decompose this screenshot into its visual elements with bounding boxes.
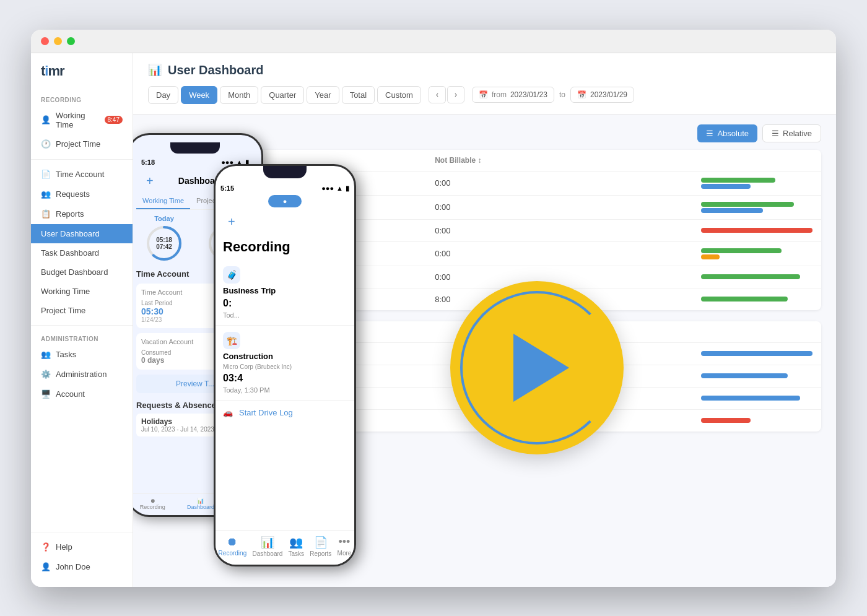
phone-back-nav-dashboard: 📊 Dashboard	[187, 498, 214, 510]
col-name	[148, 150, 220, 171]
col-billable: Billable ↕	[220, 150, 426, 171]
recording-nav-icon: ⏺	[140, 498, 165, 504]
row-not-billable: 0:00	[426, 219, 692, 241]
sidebar-item-task-dashboard[interactable]: Task Dashboard	[31, 243, 133, 262]
to-label: to	[559, 90, 565, 99]
sidebar-item-user-dashboard[interactable]: User Dashboard	[31, 224, 133, 243]
absolute-view-btn[interactable]: ☰ Absolute	[697, 124, 757, 142]
row-billable: 9:26	[220, 288, 426, 310]
row-bar-cell	[692, 288, 821, 310]
page-title-text: User Dashboard	[168, 63, 264, 77]
table-row: 53:44	[148, 365, 821, 387]
filter-year[interactable]: Year	[307, 86, 339, 104]
sidebar-item-budget-dashboard[interactable]: Budget Dashboard	[31, 262, 133, 282]
sidebar-item-working-time[interactable]: 👤 Working Time 8:47	[31, 106, 133, 134]
nav-tasks-label: Tasks	[289, 550, 305, 557]
row2-bar-cell	[692, 409, 821, 432]
sidebar-item-time-account[interactable]: 📄 Time Account	[31, 165, 133, 184]
nav-dashboard[interactable]: 📊 Dashboard	[252, 536, 282, 557]
phone-back-nav-recording: ⏺ Recording	[140, 498, 165, 510]
main-data-table: Billable ↕ Not Billable ↕ 0:00 0:00	[148, 150, 821, 310]
clock-icon: 🕐	[41, 139, 51, 149]
filter-day[interactable]: Day	[148, 86, 178, 104]
next-period[interactable]: ›	[447, 86, 464, 103]
nav-reports[interactable]: 📄 Reports	[310, 536, 331, 557]
row-name	[148, 266, 220, 288]
nav-tasks[interactable]: 👥 Tasks	[289, 536, 305, 557]
sidebar-item-help[interactable]: ❓ Help	[31, 537, 133, 557]
doc-icon: 📄	[41, 170, 51, 180]
sidebar-item-working-time2[interactable]: Working Time	[31, 282, 133, 301]
close-button[interactable]	[41, 37, 49, 45]
date-from-input[interactable]: 📅 from 2023/01/23	[472, 87, 554, 103]
row2-name	[148, 409, 311, 432]
sidebar-item-project-time2[interactable]: Project Time	[31, 301, 133, 320]
maximize-button[interactable]	[67, 37, 75, 45]
user-icon: 👤	[41, 115, 51, 125]
help-icon: ❓	[41, 542, 51, 552]
table-area: ☰ Absolute ☰ Relative Billable ↕ Not Bil…	[133, 115, 836, 587]
page-title: 📊 User Dashboard	[148, 63, 821, 77]
row2-name	[148, 387, 311, 409]
phone-bottom-nav: ⏺ Recording 📊 Dashboard 👥 Tasks	[216, 530, 354, 565]
nav-recording-label: Recording	[219, 550, 247, 557]
table-row: 9:26 8:00	[148, 288, 821, 310]
row-bar-cell	[692, 266, 821, 288]
filter-quarter[interactable]: Quarter	[261, 86, 304, 104]
nav-recording-icon: ⏺	[227, 536, 238, 549]
monitor-icon: 🖥️	[41, 389, 51, 399]
sidebar-item-reports[interactable]: 📋 Reports	[31, 204, 133, 224]
sidebar-item-user[interactable]: 👤 John Doe	[31, 557, 133, 577]
row2-name	[148, 342, 311, 365]
row2-bar-cell	[692, 342, 821, 365]
nav-recording[interactable]: ⏺ Recording	[219, 536, 247, 557]
sidebar-label-working-time2: Working Time	[41, 287, 90, 296]
app-body: timr RECORDING 👤 Working Time 8:47 🕐 Pro…	[31, 53, 836, 587]
row-bar-cell	[692, 241, 821, 266]
col-not-billable: Not Billable ↕	[426, 150, 692, 171]
business-trip-date: Tod...	[223, 311, 347, 319]
relative-view-btn[interactable]: ☰ Relative	[762, 124, 821, 142]
sidebar-label-working-time: Working Time	[56, 111, 100, 129]
tasks-icon: 👥	[41, 350, 51, 360]
row2-name	[148, 365, 311, 387]
col2-duration: Duration ↕	[311, 321, 692, 343]
row-not-billable: 0:00	[426, 241, 692, 266]
relative-label: Relative	[783, 129, 812, 138]
sidebar-label-project-time2: Project Time	[41, 306, 85, 315]
filter-month[interactable]: Month	[220, 86, 258, 104]
section-label-recording: RECORDING	[31, 92, 133, 106]
filter-total[interactable]: Total	[342, 86, 375, 104]
main-header: 📊 User Dashboard Day Week Month Quarter …	[133, 53, 836, 115]
row-not-billable: 0:00	[426, 171, 692, 195]
row-billable: 0:00	[220, 195, 426, 219]
sidebar-item-requests[interactable]: 👥 Requests	[31, 184, 133, 204]
sidebar-item-project-time[interactable]: 🕐 Project Time	[31, 134, 133, 154]
nav-more[interactable]: ••• More	[338, 536, 352, 557]
filter-week[interactable]: Week	[181, 86, 217, 104]
divider-3	[31, 532, 133, 532]
sidebar-label-tasks: Tasks	[56, 350, 76, 359]
sidebar-item-tasks[interactable]: 👥 Tasks	[31, 345, 133, 365]
dashboard-icon: 📊	[148, 63, 162, 77]
table-row: 10:00	[148, 409, 821, 432]
minimize-button[interactable]	[54, 37, 62, 45]
sidebar-item-account[interactable]: 🖥️ Account	[31, 384, 133, 404]
table-row: 64:15	[148, 342, 821, 365]
table-row: 0:00 0:00	[148, 195, 821, 219]
row2-duration: 53:44	[311, 365, 692, 387]
sidebar-label-project-time: Project Time	[56, 139, 100, 149]
date-to-input[interactable]: 📅 2023/01/29	[570, 87, 634, 103]
sidebar-label-help: Help	[56, 542, 72, 552]
table-row: 0:00 0:00	[148, 219, 821, 241]
row2-bar-cell	[692, 365, 821, 387]
row-bar-cell	[692, 219, 821, 241]
sidebar-item-administration[interactable]: ⚙️ Administration	[31, 365, 133, 384]
table-row: 58:37	[148, 387, 821, 409]
tasks-nav-icon: 👥	[236, 498, 250, 504]
prev-period[interactable]: ‹	[429, 86, 446, 103]
row-not-billable: 8:00	[426, 288, 692, 310]
row2-duration: 64:15	[311, 342, 692, 365]
filter-custom[interactable]: Custom	[377, 86, 421, 104]
col2-sort: ∧	[148, 321, 311, 343]
